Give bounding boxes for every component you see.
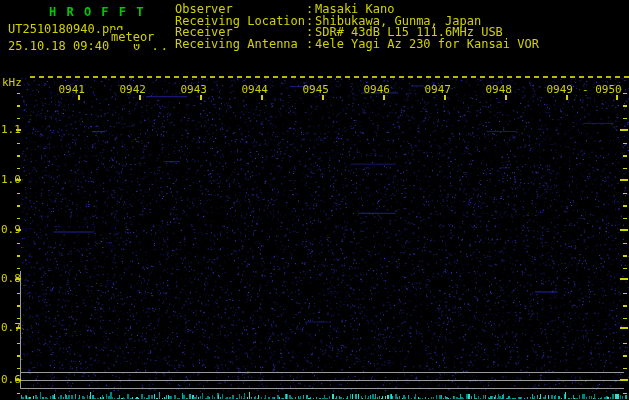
y-axis-minor-tick-right <box>623 393 627 395</box>
y-axis-minor-tick <box>17 305 20 307</box>
x-axis-tick-label: 0949 <box>547 83 574 96</box>
y-axis-minor-tick-right <box>623 343 627 345</box>
y-axis-major-tick-right <box>620 129 628 131</box>
plot-top-dashed-line <box>30 76 629 78</box>
y-axis-minor-tick <box>17 355 20 357</box>
y-axis-tick-label: 1.0 <box>1 173 23 186</box>
y-axis-unit-label: kHz <box>2 76 22 89</box>
y-axis-minor-tick-right <box>623 193 627 195</box>
y-axis-minor-tick-right <box>623 255 627 257</box>
y-axis-minor-tick <box>17 255 20 257</box>
x-axis-tick-label: 0944 <box>242 83 269 96</box>
y-axis-major-tick-right <box>620 229 628 231</box>
y-axis-minor-tick <box>17 193 20 195</box>
x-axis-tick-label: 0946 <box>364 83 391 96</box>
app-title: H R O F F T <box>49 5 145 19</box>
y-axis-tick-label: 1.1 <box>1 123 23 136</box>
y-axis-tick-label: 0.9 <box>1 223 23 236</box>
y-axis-minor-tick <box>17 268 20 270</box>
info-label: Receiving Antenna <box>175 39 306 51</box>
y-axis-minor-tick-right <box>623 305 627 307</box>
y-axis-minor-tick <box>17 318 20 320</box>
y-axis-major-tick-right <box>620 327 628 329</box>
signal-reference-line <box>20 380 624 381</box>
y-axis-minor-tick <box>17 343 20 345</box>
y-axis-minor-tick <box>17 393 20 395</box>
x-axis-tick-label: 0941 <box>59 83 86 96</box>
y-axis-tick-label: 0.8 <box>1 272 23 285</box>
y-axis-minor-tick <box>17 155 20 157</box>
capture-datetime: 25.10.18 09:40 <box>8 39 109 53</box>
y-axis-tick-label: 0.6 <box>1 373 23 386</box>
y-axis-minor-tick-right <box>623 355 627 357</box>
y-axis-minor-tick <box>17 105 20 107</box>
capture-filename: UT2510180940.png <box>8 22 124 36</box>
y-axis-minor-tick-right <box>623 105 627 107</box>
y-axis-minor-tick <box>17 218 20 220</box>
y-axis-major-tick-right <box>620 179 628 181</box>
y-axis-minor-tick <box>17 368 20 370</box>
y-axis-minor-tick-right <box>623 143 627 145</box>
info-value: 4ele Yagi Az 230 for Kansai VOR <box>315 37 539 51</box>
y-axis-minor-tick-right <box>623 268 627 270</box>
x-axis-tick-label: 0947 <box>425 83 452 96</box>
y-axis-minor-tick <box>17 293 20 295</box>
y-axis-minor-tick-right <box>623 318 627 320</box>
y-axis-major-tick-right <box>620 278 628 280</box>
station-info-row: Receiving Antenna:4ele Yagi Az 230 for K… <box>175 39 539 51</box>
x-axis-tick-label: 0943 <box>181 83 208 96</box>
observation-comment: meteor <box>111 30 154 44</box>
y-axis-minor-tick-right <box>623 168 627 170</box>
signal-level-line <box>20 372 624 373</box>
y-axis-minor-tick-right <box>623 368 627 370</box>
hrofft-spectrogram-screen: H R O F F T UT2510180940.png meteor 25.1… <box>0 0 629 400</box>
y-axis-minor-tick-right <box>623 243 627 245</box>
spectrogram-noise-canvas <box>0 0 629 400</box>
y-axis-minor-tick-right <box>623 218 627 220</box>
info-separator: : <box>306 39 315 51</box>
y-axis-minor-tick <box>17 93 20 95</box>
signal-baseline-line <box>20 388 624 389</box>
x-axis-tick-label: 0942 <box>120 83 147 96</box>
station-info-block: Observer:Masaki KanoReceiving Location:S… <box>175 4 539 50</box>
y-axis-minor-tick-right <box>623 293 627 295</box>
y-axis-minor-tick-right <box>623 93 627 95</box>
x-axis-end-label: - 0950 <box>582 83 622 96</box>
y-axis-minor-tick <box>17 143 20 145</box>
y-axis-minor-tick-right <box>623 205 627 207</box>
y-axis-major-tick-right <box>620 379 628 381</box>
y-axis-tick-label: 0.7 <box>1 321 23 334</box>
x-axis-tick-label: 0945 <box>303 83 330 96</box>
y-axis-minor-tick <box>17 118 20 120</box>
y-axis-minor-tick-right <box>623 155 627 157</box>
y-axis-minor-tick <box>17 168 20 170</box>
x-axis-tick-label: 0948 <box>486 83 513 96</box>
y-axis-minor-tick <box>17 243 20 245</box>
y-axis-minor-tick <box>17 205 20 207</box>
y-axis-minor-tick-right <box>623 118 627 120</box>
